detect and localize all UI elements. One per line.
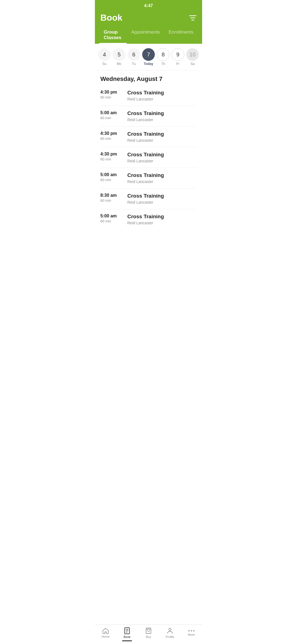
section-title: Wednesday, August 7 bbox=[100, 75, 163, 82]
class-info-0: Cross Training Reid Lancaster bbox=[125, 90, 197, 101]
date-item-5[interactable]: 9 Fr bbox=[171, 48, 185, 66]
date-circle-4: 8 bbox=[157, 48, 169, 61]
class-info-1: Cross Training Reid Lancaster bbox=[125, 110, 197, 122]
class-time-2: 4:30 pm 60 min bbox=[100, 131, 125, 141]
date-item-1[interactable]: 5 Mo bbox=[112, 48, 126, 66]
tab-group-classes[interactable]: Group Classes bbox=[99, 26, 127, 44]
tab-enrollments[interactable]: Enrollments bbox=[164, 26, 198, 44]
class-time-3: 4:30 pm 60 min bbox=[100, 152, 125, 161]
date-item-0[interactable]: 4 Su bbox=[98, 48, 111, 66]
class-time-5: 8:30 am 60 min bbox=[100, 193, 125, 203]
class-time-4: 5:00 am 60 min bbox=[100, 172, 125, 182]
class-item-6[interactable]: 5:00 am 60 min Cross Training Reid Lanca… bbox=[100, 209, 197, 230]
status-time: 4:47 bbox=[144, 3, 153, 8]
section-header: Wednesday, August 7 bbox=[95, 70, 202, 85]
date-item-6[interactable]: 10 Sa bbox=[186, 48, 199, 66]
tab-bar: Group Classes Appointments Enrollments bbox=[95, 26, 202, 44]
date-circle-1: 5 bbox=[113, 48, 125, 61]
date-label-6: Sa bbox=[191, 62, 195, 66]
date-item-3[interactable]: 7 Today bbox=[142, 48, 155, 66]
date-circle-2: 6 bbox=[128, 48, 140, 61]
class-time-0: 4:30 pm 60 min bbox=[100, 90, 125, 99]
date-circle-3: 7 bbox=[142, 48, 155, 61]
class-item-2[interactable]: 4:30 pm 60 min Cross Training Reid Lanca… bbox=[100, 127, 197, 147]
date-item-2[interactable]: 6 Tu bbox=[127, 48, 141, 66]
class-item-4[interactable]: 5:00 am 60 min Cross Training Reid Lanca… bbox=[100, 168, 197, 189]
class-info-4: Cross Training Reid Lancaster bbox=[125, 172, 197, 184]
tab-appointments[interactable]: Appointments bbox=[127, 26, 164, 44]
date-circle-5: 9 bbox=[172, 48, 184, 61]
class-info-2: Cross Training Reid Lancaster bbox=[125, 131, 197, 143]
class-item-0[interactable]: 4:30 pm 60 min Cross Training Reid Lanca… bbox=[100, 85, 197, 106]
class-item-5[interactable]: 8:30 am 60 min Cross Training Reid Lanca… bbox=[100, 189, 197, 209]
date-strip: 4 Su 5 Mo 6 Tu 7 Today 8 Th 9 Fr 10 bbox=[95, 44, 202, 70]
page-title: Book bbox=[100, 13, 122, 26]
class-time-1: 5:00 am 60 min bbox=[100, 110, 125, 120]
date-label-1: Mo bbox=[117, 62, 122, 66]
date-label-2: Tu bbox=[132, 62, 136, 66]
class-info-3: Cross Training Reid Lancaster bbox=[125, 152, 197, 163]
class-item-1[interactable]: 5:00 am 60 min Cross Training Reid Lanca… bbox=[100, 106, 197, 127]
date-label-0: Su bbox=[102, 62, 106, 66]
filter-icon[interactable] bbox=[189, 15, 197, 24]
class-item-3[interactable]: 4:30 pm 60 min Cross Training Reid Lanca… bbox=[100, 147, 197, 168]
date-circle-6: 10 bbox=[186, 48, 199, 61]
date-label-5: Fr bbox=[176, 62, 179, 66]
date-label-3: Today bbox=[144, 62, 153, 66]
class-list: 4:30 pm 60 min Cross Training Reid Lanca… bbox=[95, 85, 202, 230]
date-circle-0: 4 bbox=[98, 48, 111, 61]
class-time-6: 5:00 am 60 min bbox=[100, 214, 125, 223]
header: Book bbox=[95, 10, 202, 26]
status-bar: 4:47 bbox=[95, 0, 202, 10]
date-item-4[interactable]: 8 Th bbox=[156, 48, 170, 66]
class-info-6: Cross Training Reid Lancaster bbox=[125, 214, 197, 225]
class-info-5: Cross Training Reid Lancaster bbox=[125, 193, 197, 204]
date-label-4: Th bbox=[161, 62, 165, 66]
